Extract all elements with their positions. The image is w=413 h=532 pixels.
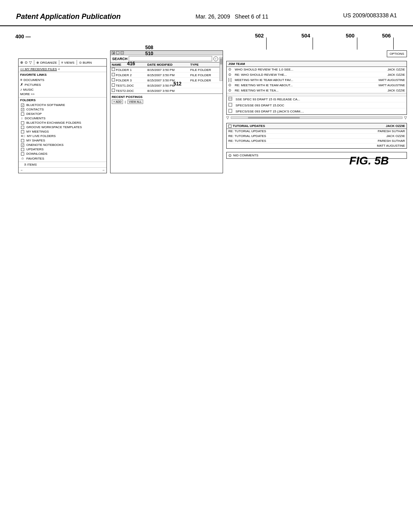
downloads-checkbox[interactable] [21, 152, 24, 156]
folder-documents[interactable]: ↕ DOCUMENTS [20, 116, 105, 121]
file-list-panel: ✕ _ □ SEARCH ○ ? NAME DATE MODI [110, 50, 223, 173]
updaters-label: UPDATERS [25, 148, 44, 151]
file-name: TEST2.DOC [111, 88, 146, 94]
folder-updaters[interactable]: UPDATERS [20, 147, 105, 152]
views-btn[interactable]: ≡ VIEWS [61, 61, 75, 64]
title-bar-min[interactable]: _ [116, 51, 119, 54]
msg-row-7[interactable]: SPECS/SSE 093 DRAFT 15.DOC [227, 102, 407, 108]
file-check[interactable] [112, 83, 115, 87]
file-check[interactable] [112, 73, 115, 76]
tutorial-section: TUTORIAL UPDATES JACK OZZIE RE: TUTORIAL… [226, 123, 407, 149]
back-btn[interactable]: ⊕ [20, 60, 23, 64]
file-check[interactable] [112, 68, 115, 71]
folder-bluetooth[interactable]: ✓ BLUETOOTH SOFTWARE [20, 103, 105, 107]
msg-row-6[interactable]: SSE SPEC 93 DRAFT 15 IS RELEASE CA... [227, 96, 407, 102]
scroll-down[interactable]: ▽ [404, 116, 407, 120]
footer-left-arrow[interactable]: ← [20, 168, 23, 172]
patent-number: US 2009/0083338 A1 [343, 12, 397, 19]
table-row[interactable]: FOLDER 2 8/15/2007 3:50 PM FILE FOLDER [111, 73, 223, 78]
title-bar-max[interactable]: □ [121, 51, 124, 54]
msg-scrollbar[interactable] [231, 116, 403, 119]
file-explorer-panel: ⊕ ⊙ ▽ ⊕ ORGANIZE ≡ VIEWS ⊙ BURN << MY RE… [18, 58, 107, 173]
msg-scroll-thumb[interactable] [248, 117, 299, 118]
msg-row-8[interactable]: SPECS/SSE 093 DRAFT 15 (JACK'S COMM.... [227, 108, 407, 114]
explorer-toolbar[interactable]: ⊕ ⊙ ▽ ⊕ ORGANIZE ≡ VIEWS ⊙ BURN [19, 59, 106, 66]
updaters-checkbox[interactable] [21, 148, 24, 151]
fav-item-music[interactable]: ♪ MUSIC [20, 87, 105, 92]
tutorial-row-2[interactable]: RE: TUTORIAL UPDATES JACK OZZIE [227, 134, 407, 139]
shapes-checkbox[interactable] [21, 139, 24, 142]
msg-subject-2: RE: WHO SHOULD REVIEW THE... [233, 73, 370, 77]
tutorial-checkbox[interactable] [228, 125, 232, 128]
contacts-checkbox[interactable]: ✓ [21, 108, 24, 111]
tutorial-row-1[interactable]: RE: TUTORIAL UPDATES PARESH SUTHAR [227, 129, 407, 134]
desktop-checkbox[interactable] [21, 112, 24, 116]
folder-live[interactable]: ≡□ MY LIVE FOLDERS [20, 134, 105, 138]
add-btn[interactable]: + ADD [112, 100, 123, 104]
folder-favorites[interactable]: ☆ FAVORITES [20, 156, 105, 161]
meetings-label: MY MEETINGS [25, 130, 49, 133]
title-bar-close[interactable]: ✕ [112, 51, 115, 54]
fav-item-docs[interactable]: ≡ DOCUMENTS [20, 77, 105, 82]
table-row[interactable]: TEST2.DOC 8/15/2007 3:50 PM [111, 88, 223, 94]
up-btn[interactable]: ▽ [29, 60, 32, 64]
scroll-thumb[interactable] [220, 58, 222, 64]
bluetooth-checkbox[interactable]: ✓ [21, 104, 24, 107]
groove-checkbox[interactable] [21, 126, 24, 129]
search-icon[interactable]: ○ [213, 56, 218, 61]
folder-groove[interactable]: GROOVE WORKSPACE TEMPLATES [20, 125, 105, 129]
msg-from-1: JACK OZZIE [370, 67, 407, 72]
msg-row-5[interactable]: ⊙ RE: MEETING WITH IE TEA... JACK OZZIE [227, 88, 407, 93]
view-all-btn[interactable]: VIEW ALL [127, 100, 144, 104]
footer-right-arrow[interactable]: → [102, 168, 105, 172]
folder-meetings[interactable]: MY MEETINGS [20, 129, 105, 134]
bt-exchange-checkbox[interactable] [21, 121, 24, 125]
file-check[interactable] [112, 89, 115, 92]
col-type[interactable]: TYPE [189, 62, 223, 67]
table-row[interactable]: FOLDER 1 8/15/2007 3:50 PM FILE FOLDER [111, 67, 223, 73]
search-input[interactable] [129, 56, 212, 61]
sep3 [77, 60, 77, 65]
folder-bt-exchange[interactable]: BLUETOOTH EXCHANGE FOLDERS [20, 121, 105, 125]
table-row[interactable]: FOLDER 3 8/15/2007 3:50 PM FILE FOLDER [111, 78, 223, 83]
tutorial-row-4[interactable]: MATT AUGUSTINE [227, 143, 407, 148]
tutorial-from-header: JACK OZZIE [370, 123, 407, 129]
tutorial-header: TUTORIAL UPDATES JACK OZZIE [227, 123, 407, 129]
table-row[interactable]: TEST1.DOC 8/15/2007 3:50 PM [111, 83, 223, 88]
fwd-btn[interactable]: ⊙ [25, 60, 28, 64]
meetings-checkbox[interactable] [21, 130, 24, 133]
folder-shapes[interactable]: MY SHAPES [20, 138, 105, 143]
sheet-info: Sheet 6 of 11 [235, 13, 268, 20]
onenote-label: ONENOTE NOTEBOOKS [25, 143, 64, 147]
folder-downloads[interactable]: DOWNLOADS [20, 152, 105, 156]
onenote-checkbox[interactable]: ✓ [21, 143, 24, 147]
file-date: 8/15/2007 3:50 PM [146, 88, 189, 94]
options-box[interactable]: OPTIONS [387, 50, 407, 57]
favorite-links: FAVORITE LINKS ≡ DOCUMENTS ✗ PICTURES ♪ … [19, 72, 106, 98]
sep1 [34, 60, 34, 65]
doc2-icon [228, 109, 232, 113]
desktop-label: DESKTOP [25, 112, 42, 116]
favorites-star-icon: ☆ [21, 156, 24, 160]
msg-from-header [370, 61, 407, 66]
msg-row-1[interactable]: ⊙ WHO SHOULD REVIEW THE 1.0 SEE... JACK … [227, 67, 407, 72]
folder-desktop[interactable]: DESKTOP [20, 112, 105, 116]
col-date[interactable]: DATE MODIFIED [146, 62, 189, 67]
folder-contacts[interactable]: ✓ CONTACTS [20, 107, 105, 112]
nav-link[interactable]: << MY RECEIVED FILES [20, 67, 57, 71]
file-date: 8/15/2007 3:50 PM [146, 73, 189, 78]
organize-btn[interactable]: ⊕ ORGANIZE [36, 61, 57, 64]
file-check[interactable] [112, 78, 115, 81]
fav-links-label: FAVORITE LINKS [20, 73, 105, 77]
burn-btn[interactable]: ⊙ BURN [79, 61, 92, 64]
msg-row-4[interactable]: ⊙ RE: MEETING WITH IE TEAM ABOUT... MATT… [227, 83, 407, 88]
msg-row-3[interactable]: [-] MEETING WITH IE TEAM ABOUT FAV... MA… [227, 77, 407, 83]
scroll-bar[interactable] [219, 57, 223, 81]
msg-row-2[interactable]: ⊙ RE: WHO SHOULD REVIEW THE... JACK OZZI… [227, 72, 407, 77]
fav-item-pics[interactable]: ✗ PICTURES [20, 82, 105, 87]
tutorial-row-3[interactable]: RE: TUTORIAL UPDATES PARESH SUTHAR [227, 139, 407, 143]
scroll-up[interactable]: ▽ [226, 116, 229, 120]
tutorial-from-3: PARESH SUTHAR [370, 139, 407, 143]
fav-more[interactable]: MORE >> [20, 92, 105, 96]
folder-onenote[interactable]: ✓ ONENOTE NOTEBOOKS [20, 143, 105, 147]
